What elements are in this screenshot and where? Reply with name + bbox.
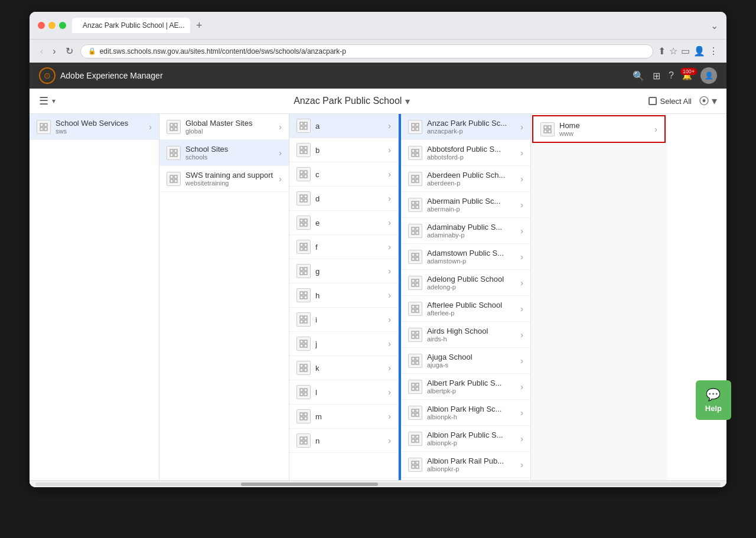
new-tab-button[interactable]: + <box>193 18 206 33</box>
list-item[interactable]: Airds High Schoolairds-h › <box>401 322 530 348</box>
list-item[interactable]: Ajuga Schoolajuga-s › <box>401 348 530 374</box>
item-icon <box>408 432 422 446</box>
item-icon <box>37 120 51 134</box>
list-item[interactable]: h › <box>289 283 398 308</box>
list-item[interactable]: Adelong Public Schooladelong-p › <box>401 270 530 296</box>
column-1: School Web Services sws › <box>30 114 159 480</box>
item-icon <box>540 122 555 136</box>
svg-rect-2 <box>40 128 43 131</box>
scrollbar-thumb[interactable] <box>241 482 378 486</box>
list-item[interactable]: SWS training and support websitetraining… <box>159 166 289 192</box>
list-item[interactable]: k › <box>289 356 398 380</box>
list-item[interactable]: Afterlee Public Schoolafterlee-p › <box>401 296 530 322</box>
list-item[interactable]: Albion Park Public S...albionpk-p › <box>401 426 530 452</box>
item-title: Abermain Public Sc... <box>427 197 516 206</box>
dropdown-arrow[interactable]: ▾ <box>405 96 410 107</box>
column-view-button[interactable]: ⦿ <box>699 94 709 107</box>
active-tab[interactable]: Anzac Park Public School | AE... ✕ <box>72 18 190 33</box>
svg-rect-112 <box>412 383 415 386</box>
svg-rect-79 <box>416 154 419 156</box>
list-item[interactable]: Albion Park Rail Pub...albionpkr-p › <box>401 452 530 478</box>
list-item[interactable]: Abermain Public Sc...abermain-p › <box>401 192 530 218</box>
svg-rect-124 <box>412 461 415 464</box>
item-icon <box>296 433 311 448</box>
list-item[interactable]: c › <box>289 162 398 187</box>
forward-button[interactable]: › <box>50 44 58 59</box>
minimize-button[interactable] <box>48 22 56 29</box>
list-item[interactable]: a › <box>289 114 398 138</box>
svg-rect-18 <box>300 126 303 129</box>
svg-rect-31 <box>304 199 307 202</box>
item-title: Airds High School <box>427 327 516 335</box>
item-text: Global Master Sites global <box>185 119 274 135</box>
help-button[interactable]: ? <box>669 70 674 81</box>
item-icon <box>296 167 311 181</box>
list-item[interactable]: j › <box>289 332 398 356</box>
top-bar-left: ☰ ▾ <box>39 94 56 107</box>
item-title: School Web Services <box>56 119 144 128</box>
profile-icon[interactable]: 👤 <box>693 45 705 57</box>
svg-rect-65 <box>304 413 307 416</box>
user-avatar[interactable]: 👤 <box>700 67 717 84</box>
svg-rect-117 <box>416 409 419 412</box>
item-icon <box>408 224 422 238</box>
item-title: g <box>315 267 383 276</box>
grid-button[interactable]: ⊞ <box>653 70 660 81</box>
list-item[interactable]: m › <box>289 405 398 429</box>
svg-rect-8 <box>170 149 173 152</box>
list-item[interactable]: d › <box>289 187 398 211</box>
back-button[interactable]: ‹ <box>38 44 45 59</box>
list-item[interactable]: i › <box>289 308 398 332</box>
list-item[interactable]: Global Master Sites global › <box>159 114 289 140</box>
list-item[interactable]: Adaminaby Public S...adaminaby-p › <box>401 218 530 244</box>
list-item[interactable]: f › <box>289 235 398 259</box>
chevron-right-icon: › <box>388 363 391 373</box>
list-item[interactable]: Albert Park Public S...albertpk-p › <box>401 374 530 400</box>
home-subtitle: www <box>559 130 650 137</box>
list-item[interactable]: School Web Services sws › <box>30 114 159 140</box>
list-item[interactable]: b › <box>289 138 398 162</box>
list-item[interactable]: l › <box>289 380 398 405</box>
list-item[interactable]: g › <box>289 259 398 283</box>
list-item[interactable]: School Sites schools › <box>159 140 289 166</box>
item-icon <box>408 406 422 420</box>
close-button[interactable] <box>38 22 45 29</box>
svg-rect-89 <box>416 227 419 230</box>
chevron-right-icon: › <box>388 194 391 203</box>
svg-rect-109 <box>416 357 419 360</box>
select-all-button[interactable]: Select All <box>649 97 692 106</box>
more-options-icon[interactable]: ⋮ <box>709 45 718 57</box>
tab-view-icon[interactable]: ▭ <box>681 45 690 57</box>
maximize-button[interactable] <box>59 22 66 29</box>
svg-rect-90 <box>412 231 415 234</box>
panel-toggle-button[interactable]: ☰ <box>39 94 48 107</box>
notifications-button[interactable]: 🔔 100+ <box>682 71 692 80</box>
list-item[interactable]: n › <box>289 429 398 453</box>
svg-rect-67 <box>304 417 307 420</box>
item-icon <box>167 120 181 134</box>
svg-rect-106 <box>412 335 415 338</box>
list-item[interactable]: e › <box>289 211 398 235</box>
item-title: Adamstown Public S... <box>427 249 516 257</box>
reload-button[interactable]: ↻ <box>63 43 76 59</box>
list-item[interactable]: Abbotsford Public S...abbotsford-p › <box>401 140 530 166</box>
item-title: Adaminaby Public S... <box>427 223 516 231</box>
home-item[interactable]: Home www › <box>532 115 666 143</box>
svg-rect-116 <box>412 409 415 412</box>
list-item[interactable]: Aberdeen Public Sch...aberdeen-p › <box>401 166 530 192</box>
item-subtitle: schools <box>185 154 274 161</box>
star-icon[interactable]: ☆ <box>669 45 677 57</box>
url-bar[interactable]: 🔒 edit.sws.schools.nsw.gov.au/sites.html… <box>80 44 653 58</box>
search-button[interactable]: 🔍 <box>633 70 644 81</box>
bookmark-icon[interactable]: ⬆ <box>658 45 666 57</box>
svg-rect-110 <box>412 361 415 364</box>
scrollbar-area[interactable] <box>30 480 726 487</box>
chevron-right-icon: › <box>279 148 282 158</box>
svg-rect-122 <box>412 439 415 442</box>
chevron-right-icon: › <box>279 122 282 132</box>
list-item[interactable]: Albion Park High Sc...albionpk-h › <box>401 400 530 426</box>
list-item[interactable]: Anzac Park Public Sc...anzacpark-p › <box>401 114 530 140</box>
list-item[interactable]: Adamstown Public S...adamstown-p › <box>401 244 530 270</box>
more-view-options[interactable]: ▾ <box>712 94 717 107</box>
help-button[interactable]: 💬 Help <box>696 380 731 420</box>
